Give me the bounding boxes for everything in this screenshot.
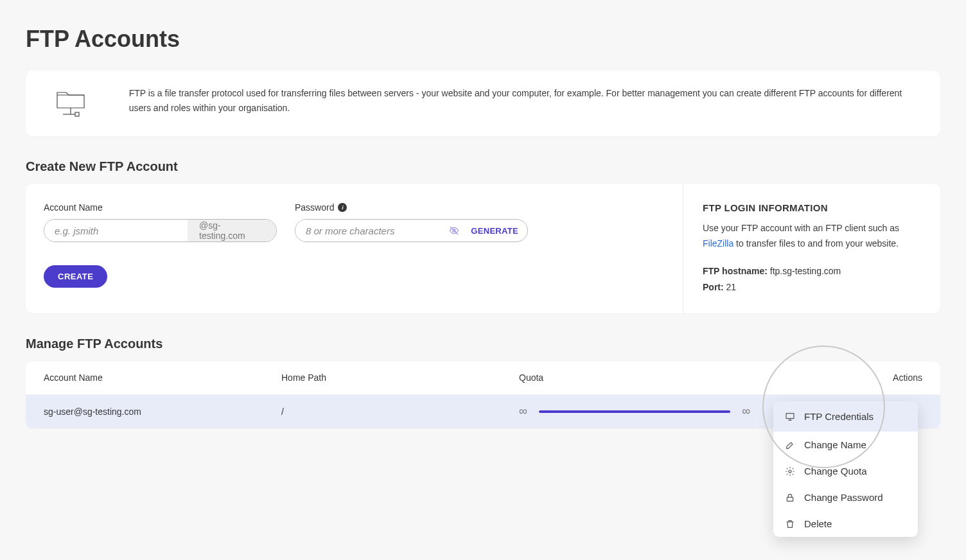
quota-left-infinity: ∞ [519, 405, 527, 418]
intro-text: FTP is a file transfer protocol used for… [129, 86, 922, 116]
col-actions: Actions [750, 372, 922, 383]
row-account-name: sg-user@sg-testing.com [44, 407, 281, 417]
password-input[interactable] [295, 220, 449, 241]
col-account-name: Account Name [44, 372, 281, 383]
info-icon[interactable]: i [338, 203, 347, 212]
hostname-value: ftp.sg-testing.com [770, 266, 841, 276]
svg-point-8 [789, 470, 791, 473]
generate-button[interactable]: GENERATE [471, 226, 518, 236]
dropdown-change-name[interactable]: Change Name [773, 432, 918, 458]
eye-off-icon[interactable] [449, 225, 459, 236]
dropdown-item-label: Change Quota [804, 466, 867, 477]
quota-right-infinity: ∞ [742, 405, 750, 418]
manage-section-title: Manage FTP Accounts [26, 337, 940, 351]
col-home-path: Home Path [281, 372, 519, 383]
port-label: Port: [703, 282, 724, 292]
filezilla-link[interactable]: FileZilla [703, 238, 733, 249]
monitor-icon [785, 412, 795, 422]
account-name-label: Account Name [44, 202, 277, 213]
account-name-input[interactable] [44, 220, 188, 241]
port-value: 21 [726, 282, 737, 292]
dropdown-change-quota[interactable]: Change Quota [773, 458, 918, 484]
row-home-path: / [281, 407, 519, 417]
lock-icon [785, 493, 795, 503]
dropdown-delete[interactable]: Delete [773, 511, 918, 537]
svg-rect-9 [787, 497, 793, 501]
hostname-label: FTP hostname: [703, 266, 768, 276]
dropdown-item-label: Change Name [804, 439, 866, 450]
create-card: Account Name @sg-testing.com Password i [26, 184, 940, 313]
dropdown-item-label: FTP Credentials [804, 411, 874, 422]
intro-card: FTP is a file transfer protocol used for… [26, 71, 940, 136]
create-section-title: Create New FTP Account [26, 159, 940, 174]
ftp-folder-icon [44, 86, 98, 121]
login-info-text: Use your FTP account with an FTP client … [703, 221, 921, 252]
dropdown-ftp-credentials[interactable]: FTP Credentials [773, 401, 918, 432]
trash-icon [785, 519, 795, 529]
create-button[interactable]: CREATE [44, 265, 107, 288]
dropdown-item-label: Change Password [804, 492, 883, 503]
dropdown-change-password[interactable]: Change Password [773, 484, 918, 511]
quota-bar [539, 410, 730, 413]
password-label: Password i [295, 202, 528, 213]
login-info-title: FTP LOGIN INFORMATION [703, 202, 921, 213]
svg-rect-2 [75, 112, 79, 116]
gear-icon [785, 466, 795, 477]
row-quota: ∞ ∞ [519, 405, 750, 418]
domain-suffix: @sg-testing.com [188, 220, 276, 241]
actions-dropdown: FTP Credentials Change Name Change Quota… [773, 401, 918, 537]
col-quota: Quota [519, 372, 750, 383]
edit-icon [785, 440, 795, 450]
page-title: FTP Accounts [26, 26, 940, 53]
svg-rect-5 [786, 413, 794, 418]
dropdown-item-label: Delete [804, 518, 832, 529]
